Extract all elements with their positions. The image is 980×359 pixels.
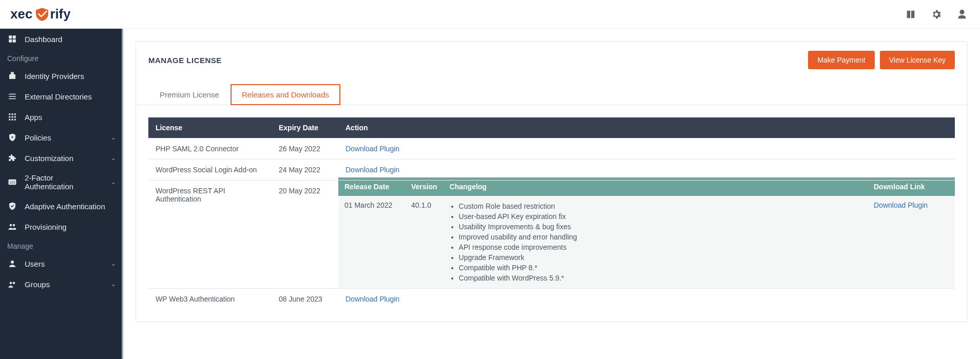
sidebar-item-apps[interactable]: Apps	[0, 107, 123, 127]
sidebar-item-adaptive[interactable]: Adaptive Authentication	[0, 196, 123, 216]
svg-point-22	[10, 224, 12, 227]
sidebar-item-2fa[interactable]: 123 2-Factor Authentication ⌄	[0, 168, 123, 196]
tab-premium-license[interactable]: Premium License	[148, 84, 230, 105]
sidebar-label: Adaptive Authentication	[25, 202, 116, 211]
sidebar-item-customization[interactable]: Customization ⌄	[0, 148, 123, 168]
briefcase-icon	[7, 71, 17, 81]
cell-expiry: 26 May 2022	[272, 138, 338, 159]
chevron-down-icon: ⌄	[111, 134, 116, 141]
download-plugin-link[interactable]: Download Plugin	[345, 166, 399, 174]
svg-rect-18	[14, 119, 16, 121]
svg-point-23	[13, 224, 15, 227]
chevron-down-icon: ⌄	[111, 178, 116, 186]
sidebar-item-users[interactable]: Users ⌄	[0, 253, 123, 274]
changelog-item: User-based API Key expiration fix	[459, 211, 861, 222]
tabs: Premium License Releases and Downloads	[136, 78, 967, 105]
shield-gear-icon	[7, 132, 17, 143]
th-action: Action	[338, 117, 955, 138]
sidebar-label: Customization	[25, 154, 104, 163]
sidebar-label: Provisioning	[25, 223, 116, 231]
docs-icon[interactable]	[905, 9, 916, 20]
cell-license: WordPress REST API Authentication	[148, 181, 272, 289]
changelog-item: Compatible with WordPress 5.9.*	[459, 273, 861, 283]
th-expiry: Expiry Date	[272, 117, 338, 138]
th-version: Version	[405, 177, 444, 196]
cell-license: PHP SAML 2.0 Connector	[148, 138, 272, 159]
sidebar-label: Policies	[25, 133, 104, 142]
svg-rect-17	[12, 119, 13, 121]
users-icon	[7, 222, 17, 232]
table-row: WP Web3 Authentication 08 June 2023 Down…	[148, 289, 955, 310]
sidebar-item-policies[interactable]: Policies ⌄	[0, 127, 123, 148]
download-plugin-link[interactable]: Download Plugin	[345, 295, 399, 303]
sidebar-item-external-directories[interactable]: External Directories	[0, 86, 123, 107]
user-icon	[7, 258, 17, 269]
svg-rect-12	[14, 113, 16, 115]
logo: xec rify	[8, 5, 101, 24]
svg-point-24	[11, 261, 14, 264]
sidebar-item-identity-providers[interactable]: Identity Providers	[0, 66, 123, 86]
changelog-item: Compatible with PHP 8.*	[459, 263, 861, 273]
sidebar-resize-handle[interactable]	[122, 29, 123, 359]
view-license-key-button[interactable]: View License Key	[880, 51, 955, 69]
make-payment-button[interactable]: Make Payment	[808, 51, 874, 69]
sidebar: Dashboard Configure Identity Providers E…	[0, 29, 123, 359]
svg-rect-2	[9, 35, 12, 38]
main-content: MANAGE LICENSE Make Payment View License…	[123, 29, 980, 359]
download-plugin-link[interactable]: Download Plugin	[874, 201, 928, 209]
sidebar-item-groups[interactable]: Groups ⌄	[0, 274, 123, 294]
svg-text:xec: xec	[10, 6, 32, 21]
sidebar-label: Identity Providers	[25, 72, 116, 81]
svg-rect-8	[9, 96, 16, 97]
gear-icon[interactable]	[931, 9, 942, 20]
svg-point-19	[12, 136, 13, 138]
cell-license: WordPress Social Login Add-on	[148, 159, 272, 181]
th-license: License	[148, 117, 272, 138]
changelog-item: Usability Improvements & bug fixes	[459, 222, 861, 232]
releases-table: Release Date Version Changelog Download …	[338, 177, 955, 288]
page-title: MANAGE LICENSE	[148, 56, 222, 65]
sidebar-label: Users	[25, 260, 104, 268]
cell-release-date: 01 March 2022	[338, 196, 405, 288]
topbar: xec rify	[0, 0, 980, 29]
chevron-down-icon: ⌄	[111, 281, 116, 288]
sidebar-label: External Directories	[25, 92, 116, 101]
license-table: License Expiry Date Action PHP SAML 2.0 …	[148, 117, 955, 309]
svg-rect-9	[9, 98, 16, 99]
cell-license: WP Web3 Authentication	[148, 289, 272, 310]
sidebar-item-dashboard[interactable]: Dashboard	[0, 29, 123, 49]
svg-rect-7	[9, 94, 16, 95]
table-row: PHP SAML 2.0 Connector 26 May 2022 Downl…	[148, 138, 955, 159]
changelog-item: API response code improvements	[459, 242, 861, 252]
svg-point-26	[13, 282, 15, 285]
download-plugin-link[interactable]: Download Plugin	[345, 145, 399, 153]
dashboard-icon	[7, 34, 17, 44]
svg-rect-5	[13, 39, 16, 43]
sidebar-label: 2-Factor Authentication	[25, 173, 104, 191]
cell-version: 40.1.0	[405, 196, 444, 288]
puzzle-icon	[7, 153, 17, 163]
th-changelog: Changelog	[444, 177, 868, 196]
sidebar-section-manage: Manage	[0, 237, 123, 253]
chevron-down-icon: ⌄	[111, 260, 116, 267]
svg-rect-15	[14, 116, 16, 118]
changelog-item: Custom Role based restriction	[459, 201, 861, 211]
sidebar-section-configure: Configure	[0, 49, 123, 66]
svg-text:123: 123	[9, 181, 15, 184]
user-icon[interactable]	[956, 9, 968, 20]
svg-rect-14	[12, 116, 13, 118]
shield-check-icon	[7, 201, 17, 211]
svg-rect-4	[9, 39, 12, 43]
svg-rect-11	[12, 113, 13, 115]
cell-expiry: 20 May 2022	[272, 181, 338, 289]
th-download-link: Download Link	[868, 177, 955, 196]
tab-releases-downloads[interactable]: Releases and Downloads	[230, 84, 340, 105]
table-row: WordPress REST API Authentication 20 May…	[148, 181, 955, 289]
changelog-item: Improved usability and error handling	[459, 232, 861, 242]
grid-icon	[7, 112, 17, 122]
group-icon	[7, 279, 17, 289]
cell-changelog: Custom Role based restrictionUser-based …	[444, 196, 868, 288]
cell-expiry: 24 May 2022	[272, 159, 338, 181]
sidebar-item-provisioning[interactable]: Provisioning	[0, 216, 123, 237]
svg-point-25	[10, 282, 12, 285]
